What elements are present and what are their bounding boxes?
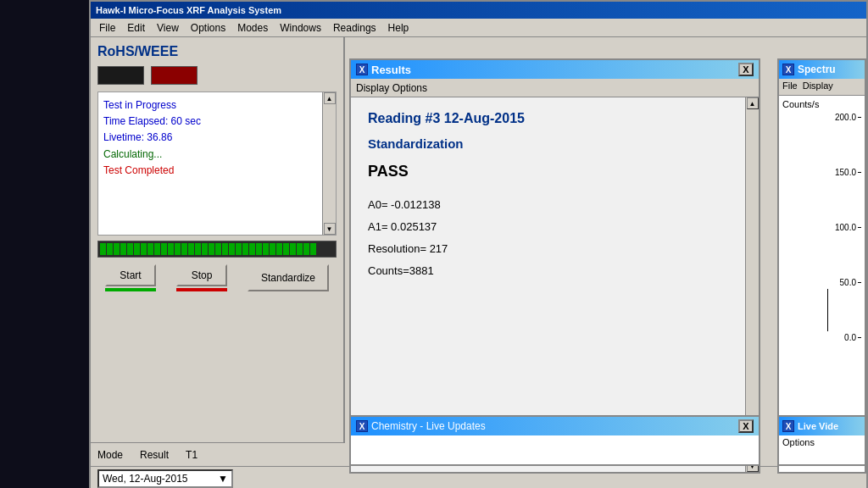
- progress-segment: [310, 243, 316, 255]
- color-boxes: [97, 66, 337, 85]
- progress-segment: [236, 243, 242, 255]
- spectrum-counts-label: Counts/s: [782, 99, 861, 109]
- spectrum-row-100: 100.0: [782, 223, 861, 232]
- results-close-button[interactable]: X: [738, 63, 754, 76]
- results-title-bar: X Results X: [351, 60, 759, 79]
- results-a0: A0= -0.012138: [368, 194, 742, 216]
- menu-help[interactable]: Help: [383, 21, 415, 35]
- results-pass-status: PASS: [368, 163, 742, 180]
- spectrum-row-150: 150.0: [782, 168, 861, 177]
- spectrum-tick-0: [858, 337, 861, 338]
- stop-button[interactable]: Stop: [176, 264, 227, 286]
- spectrum-menu: File Display: [779, 79, 865, 96]
- progress-segment: [215, 243, 221, 255]
- start-button-color-bar: [105, 288, 156, 291]
- black-color-box: [97, 66, 144, 85]
- menu-windows[interactable]: Windows: [275, 21, 326, 35]
- chemistry-title-bar: X Chemistry - Live Updates X: [351, 417, 759, 435]
- chemistry-window: X Chemistry - Live Updates X: [349, 415, 760, 466]
- left-panel: RoHS/WEEE Test in Progress Time Elapsed:…: [91, 37, 345, 488]
- chemistry-close-button[interactable]: X: [738, 419, 754, 433]
- main-application-window: Hawk-I Micro-Focus XRF Analysis System F…: [89, 0, 868, 488]
- chemistry-x-icon: X: [356, 420, 368, 432]
- progress-segment: [154, 243, 160, 255]
- menu-options[interactable]: Options: [186, 21, 231, 35]
- livevideo-title: Live Vide: [798, 421, 838, 431]
- progress-segment: [229, 243, 235, 255]
- results-scroll-up[interactable]: ▲: [747, 97, 759, 109]
- dropdown-arrow-icon: ▼: [218, 473, 228, 485]
- spectrum-tick-200: [858, 117, 861, 118]
- results-a1: A1= 0.025137: [368, 216, 742, 238]
- stop-button-color-bar: [176, 288, 227, 291]
- standardize-button[interactable]: Standardize: [248, 264, 329, 291]
- progress-segment: [249, 243, 255, 255]
- date-dropdown[interactable]: Wed, 12-Aug-2015 ▼: [97, 469, 233, 488]
- progress-segment: [195, 243, 201, 255]
- spectrum-title: Spectru: [798, 64, 836, 75]
- start-button-container: Start: [105, 264, 156, 291]
- log-area: Test in Progress Time Elapsed: 60 sec Li…: [97, 92, 337, 236]
- spectrum-title-bar: X Spectru: [779, 60, 865, 79]
- spectrum-row-50: 50.0: [782, 278, 861, 287]
- app-title: Hawk-I Micro-Focus XRF Analysis System: [96, 5, 281, 15]
- spectrum-value-0: 0.0: [829, 333, 856, 342]
- spectrum-tick-100: [858, 227, 861, 228]
- spectrum-menu-file[interactable]: File: [782, 80, 798, 93]
- results-title: Results: [371, 64, 411, 76]
- progress-segment: [303, 243, 309, 255]
- results-subtitle: Standardization: [368, 136, 742, 151]
- content-area: RoHS/WEEE Test in Progress Time Elapsed:…: [91, 37, 866, 488]
- results-reading-title: Reading #3 12-Aug-2015: [368, 111, 742, 126]
- progress-segment: [209, 243, 214, 255]
- progress-segment: [270, 243, 275, 255]
- spectrum-row-200: 200.0: [782, 113, 861, 122]
- date-value: Wed, 12-Aug-2015: [103, 473, 188, 485]
- results-toolbar: Display Options: [351, 79, 759, 97]
- app-title-bar: Hawk-I Micro-Focus XRF Analysis System: [91, 2, 866, 19]
- livevideo-x-icon: X: [782, 420, 794, 432]
- progress-segment: [107, 243, 113, 255]
- spectrum-value-50: 50.0: [829, 278, 856, 287]
- menu-view[interactable]: View: [152, 21, 184, 35]
- label-mode: Mode: [97, 449, 123, 461]
- left-background: [0, 0, 93, 488]
- spectrum-value-200: 200.0: [829, 113, 856, 122]
- results-x-icon: X: [356, 64, 368, 75]
- menu-file[interactable]: File: [94, 21, 120, 35]
- livevideo-title-bar: X Live Vide: [779, 417, 865, 435]
- spectrum-value-100: 100.0: [829, 223, 856, 232]
- progress-segment: [188, 243, 194, 255]
- label-result: Result: [140, 449, 169, 461]
- label-t1: T1: [186, 449, 198, 461]
- progress-segment: [127, 243, 133, 255]
- results-window: X Results X Display Options Reading #3 1…: [349, 58, 760, 474]
- log-scrollbar[interactable]: ▲ ▼: [322, 92, 336, 235]
- spectrum-row-0: 0.0: [782, 333, 861, 342]
- menu-modes[interactable]: Modes: [232, 21, 273, 35]
- progress-segment: [134, 243, 140, 255]
- spectrum-menu-display[interactable]: Display: [803, 80, 833, 93]
- menu-edit[interactable]: Edit: [122, 21, 150, 35]
- progress-segment: [181, 243, 187, 255]
- bottom-labels: Mode Result T1: [91, 442, 345, 466]
- progress-segment: [283, 243, 289, 255]
- scroll-up-arrow[interactable]: ▲: [324, 92, 336, 104]
- progress-segment: [222, 243, 228, 255]
- progress-segment: [290, 243, 296, 255]
- livevideo-content: Options: [779, 435, 865, 449]
- progress-segment: [120, 243, 126, 255]
- progress-segment: [147, 243, 153, 255]
- log-text: Test in Progress Time Elapsed: 60 sec Li…: [103, 97, 331, 179]
- menu-bar: File Edit View Options Modes Windows Rea…: [91, 19, 866, 37]
- red-color-box: [151, 66, 198, 85]
- spectrum-tick-150: [858, 172, 861, 173]
- progress-segment: [297, 243, 303, 255]
- menu-readings[interactable]: Readings: [328, 21, 381, 35]
- log-line-1: Test in Progress: [103, 97, 331, 114]
- start-button[interactable]: Start: [105, 264, 156, 286]
- scroll-down-arrow[interactable]: ▼: [324, 223, 336, 235]
- progress-segment: [276, 243, 282, 255]
- log-line-2: Time Elapsed: 60 sec: [103, 114, 331, 130]
- results-toolbar-label: Display Options: [356, 82, 427, 94]
